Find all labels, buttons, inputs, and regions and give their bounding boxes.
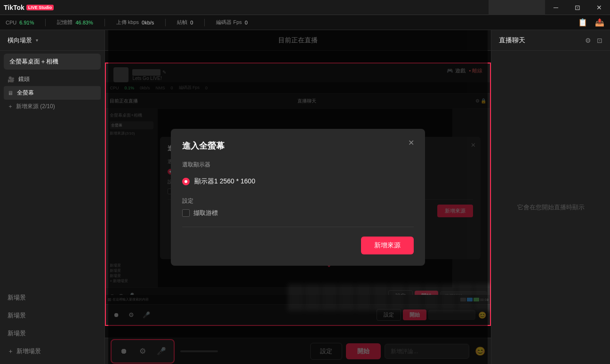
source-item-camera[interactable]: 🎥 鏡頭 [4, 72, 101, 86]
camera-icon: 🎥 [8, 76, 15, 83]
scene-item-2[interactable]: 新場景 [0, 307, 104, 324]
monitor-radio [182, 178, 190, 185]
settings-icon[interactable]: ⚙ [585, 37, 591, 44]
stat-divider [45, 19, 46, 26]
header-action-icons: 📋 📤 [578, 18, 604, 27]
cpu-value: 6.91% [19, 20, 34, 25]
restore-button[interactable]: ⊡ [567, 0, 588, 15]
stats-bar: CPU 6.91% 記憶體 46.83% 上傳 kbps 0kb/s 結幀 0 … [0, 15, 610, 30]
stat-divider-2 [104, 19, 105, 26]
extra-scenes: 新場景 新場景 新場景 ＋ 新增場景 [0, 289, 104, 364]
dialog-divider [182, 227, 414, 227]
screenshot-icon[interactable]: 📋 [578, 18, 587, 27]
monitor-label: 顯示器1 2560 * 1600 [194, 177, 255, 186]
chat-icons: ⚙ ⊡ [585, 37, 602, 44]
encoder-value: 0 [245, 20, 248, 25]
frames-value: 0 [190, 20, 193, 25]
capture-cursor-row: 擷取游標 [182, 209, 414, 217]
fullscreen-dialog: 進入全螢幕 ✕ 選取顯示器 顯示器1 2560 * 1600 設定 擷取游標 新… [171, 129, 425, 266]
frames-stat: 結幀 0 [177, 19, 193, 26]
scene-selector-label: 橫向場景 [8, 36, 32, 45]
memory-value: 46.83% [75, 20, 93, 25]
chevron-down-icon: ▾ [36, 38, 38, 43]
monitor-icon: 🖥 [8, 90, 13, 96]
cpu-stat: CPU 6.91% [6, 20, 34, 25]
plus-icon: ＋ [8, 103, 13, 111]
right-panel: 直播聊天 ⚙ ⊡ 它會在您開始直播時顯示 [491, 30, 610, 364]
dialog-close-button[interactable]: ✕ [404, 136, 417, 150]
current-scene-item[interactable]: 全螢幕桌面＋相機 [4, 54, 101, 70]
upload-stat: 上傳 kbps 0kb/s [116, 19, 154, 26]
upload-value: 0kb/s [142, 20, 154, 25]
chat-body: 它會在您開始直播時顯示 [491, 51, 610, 364]
stat-divider-3 [165, 19, 166, 26]
add-source-button[interactable]: ＋ 新增來源 (2/10) [4, 100, 101, 113]
tiktok-logo: TikTok LIVE Studio [4, 4, 54, 11]
dialog-title: 進入全螢幕 [182, 140, 414, 151]
upload-icon[interactable]: 📤 [595, 18, 604, 27]
upload-label: 上傳 kbps [116, 19, 139, 26]
tiktok-text: TikTok [4, 4, 24, 11]
titlebar-thumbnail [489, 0, 545, 15]
monitor-radio-inner [185, 180, 187, 183]
titlebar: TikTok LIVE Studio ─ ⊡ ✕ [0, 0, 610, 15]
stat-divider-4 [204, 19, 205, 26]
add-scene-label: 新增場景 [16, 347, 41, 356]
scene-item-1[interactable]: 新場景 [0, 289, 104, 307]
capture-cursor-checkbox[interactable] [182, 209, 190, 217]
dialog-overlay: 進入全螢幕 ✕ 選取顯示器 顯示器1 2560 * 1600 設定 擷取游標 新… [108, 30, 488, 364]
minimize-button[interactable]: ─ [545, 0, 567, 15]
monitor-option[interactable]: 顯示器1 2560 * 1600 [182, 174, 414, 190]
chat-header: 直播聊天 ⚙ ⊡ [491, 30, 610, 51]
logo-area: TikTok LIVE Studio [4, 4, 54, 11]
add-source-button[interactable]: 新增來源 [361, 237, 414, 254]
source-list: 🎥 鏡頭 🖥 全螢幕 ＋ 新增來源 (2/10) [0, 72, 104, 113]
sidebar: 橫向場景 ▾ 全螢幕桌面＋相機 🎥 鏡頭 🖥 全螢幕 ＋ 新增來源 (2/10)… [0, 30, 105, 364]
memory-stat: 記憶體 46.83% [57, 19, 93, 26]
monitor-section-label: 選取顯示器 [182, 161, 414, 169]
plus-icon-scene: ＋ [8, 347, 14, 356]
add-source-label: 新增來源 (2/10) [16, 103, 55, 111]
encoder-stat: 編碼器 Fps 0 [216, 19, 248, 26]
source-camera-label: 鏡頭 [18, 75, 30, 83]
encoder-label: 編碼器 Fps [216, 19, 241, 26]
scene-selector[interactable]: 橫向場景 ▾ [0, 30, 104, 51]
add-scene-button[interactable]: ＋ 新增場景 [0, 342, 104, 360]
live-studio-badge: LIVE Studio [26, 5, 54, 10]
memory-label: 記憶體 [57, 19, 72, 26]
titlebar-controls: ─ ⊡ ✕ [489, 0, 610, 15]
cpu-label: CPU [6, 20, 16, 25]
settings-section-label: 設定 [182, 197, 414, 205]
chat-title: 直播聊天 [499, 36, 525, 45]
chat-empty-message: 它會在您開始直播時顯示 [517, 203, 585, 212]
frames-label: 結幀 [177, 19, 187, 26]
capture-cursor-label: 擷取游標 [193, 209, 218, 217]
source-fullscreen-label: 全螢幕 [17, 89, 34, 97]
source-item-fullscreen[interactable]: 🖥 全螢幕 [4, 86, 101, 100]
expand-icon[interactable]: ⊡ [597, 37, 602, 44]
scene-item-3[interactable]: 新場景 [0, 324, 104, 342]
close-button[interactable]: ✕ [588, 0, 610, 15]
